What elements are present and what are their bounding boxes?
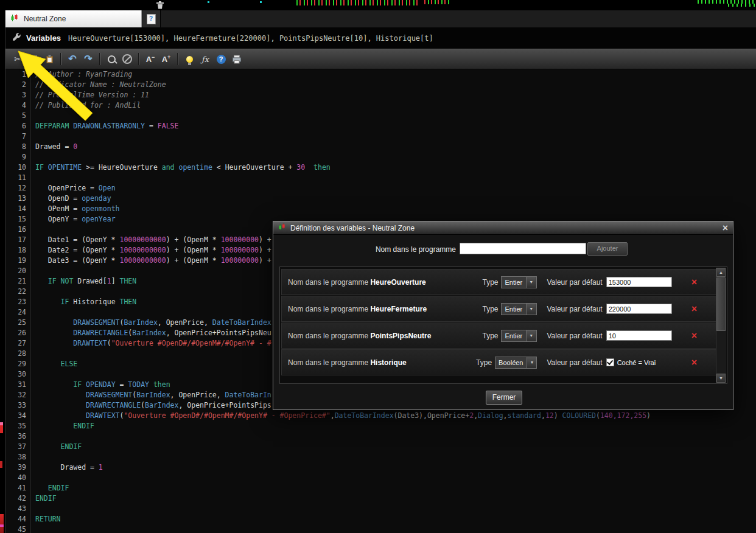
type-label: Type [482,278,498,287]
chart-fragment [0,461,2,468]
variables-title: Variables [26,33,61,43]
default-value-input[interactable] [606,330,672,341]
variable-row: Nom dans le programme HistoriqueTypeBool… [281,349,717,375]
font-increase-button[interactable]: A+ [159,52,173,66]
variables-summary: HeureOuverture[153000], HeureFermeture[2… [68,34,433,43]
type-select[interactable]: Entier▾ [501,276,537,288]
add-variable-button[interactable]: Ajouter [587,242,628,256]
variables-rows: Nom dans le programme HeureOuvertureType… [281,269,717,376]
line-number: 30 [5,369,30,380]
type-select[interactable]: Booléen▾ [495,357,537,369]
candlestick-icon [278,223,286,232]
font-increase-icon: A+ [162,55,171,63]
line-number: 7 [5,131,30,142]
code-line: 2// Indicator Name : NeutralZone [5,80,756,90]
scroll-up-button[interactable]: ▲ [716,268,726,277]
font-decrease-icon: A− [146,55,155,63]
line-number: 33 [5,400,30,411]
variables-bar: Variables HeureOuverture[153000], HeureF… [5,27,756,49]
type-select-value: Entier [505,332,522,340]
scrollbar-thumb[interactable] [716,277,726,331]
chart-fragment [208,1,209,3]
chart-fragment [0,425,3,433]
code-line: 13 OpenD = openday [5,193,756,204]
default-value-input[interactable] [606,304,672,314]
font-decrease-button[interactable]: A− [143,52,158,66]
line-number: 21 [5,276,30,287]
line-number: 36 [5,431,30,442]
delete-variable-button[interactable]: × [691,331,697,341]
delete-variable-button[interactable]: × [691,277,697,287]
search-icon [108,55,116,63]
add-variable-label: Nom dans le programme [298,245,456,254]
line-number: 34 [5,411,30,421]
line-number: 44 [5,514,30,524]
delete-variable-button[interactable]: × [691,304,697,314]
add-variable-input[interactable] [460,243,586,254]
help-button[interactable]: ? [214,52,228,66]
line-number: 14 [5,204,30,214]
variable-name-label: Nom dans le programme HeureOuverture [288,278,426,287]
print-button[interactable] [229,52,244,66]
line-number: 12 [5,183,30,193]
line-number: 22 [5,287,30,297]
chart-fragment [260,1,262,3]
type-select[interactable]: Entier▾ [501,303,537,315]
line-number: 28 [5,349,30,359]
line-number: 10 [5,162,30,173]
type-label: Type [476,358,492,367]
search-button[interactable] [104,52,119,66]
candlestick-icon [10,14,19,24]
code-line: 6DEFPARAM DRAWONLASTBARONLY = FALSE [5,121,756,131]
default-value-zone [606,330,672,341]
code-line: 8Drawed = 0 [5,142,756,152]
code-line: 12 OpenPrice = Open [5,183,756,193]
suggestion-button[interactable] [182,52,197,66]
default-value-input[interactable] [606,277,672,287]
default-checkbox[interactable] [606,358,614,366]
default-value-zone [606,304,672,314]
delete-variable-button[interactable]: × [691,358,697,368]
code-line: 43 [5,504,756,514]
type-label: Type [482,305,498,313]
trash-icon[interactable] [156,1,164,9]
type-label: Type [482,332,498,340]
variable-row: Nom dans le programme HeureOuvertureType… [281,269,717,295]
function-icon: ƒx [201,55,209,64]
chevron-down-icon: ▾ [526,304,536,315]
code-description-button[interactable] [142,10,161,27]
dialog-title: Définition des variables - Neutral Zone [290,224,415,232]
insert-function-button[interactable]: ƒx [198,52,212,66]
scrollbar[interactable]: ▲ ▼ [716,268,726,383]
code-line: 38 [5,452,756,462]
variables-dialog: Définition des variables - Neutral Zone … [273,221,733,410]
tab-neutral-zone[interactable]: Neutral Zone [5,10,142,27]
comment-toggle-button[interactable] [120,52,135,66]
close-dialog-button[interactable]: Fermer [486,391,522,405]
chart-fragment [424,0,451,4]
default-value-label: Valeur par défaut [547,278,602,287]
line-number: 42 [5,493,30,504]
line-number: 18 [5,245,30,256]
type-select[interactable]: Entier▾ [501,330,537,342]
scroll-down-button[interactable]: ▼ [716,374,726,383]
code-line: 1// Author : RyanTrading [5,69,756,80]
print-icon [232,55,242,64]
line-number: 9 [5,152,30,162]
line-number: 40 [5,473,30,483]
line-number: 13 [5,193,30,204]
chart-fragment [728,4,756,7]
default-value-zone: Coché = Vrai [606,358,672,366]
close-icon[interactable]: × [723,223,728,233]
code-line: 40 [5,473,756,483]
code-line: 14 OPenM = openmonth [5,204,756,214]
annotation-arrow [9,43,100,123]
line-number: 23 [5,297,30,307]
tab-bar: Neutral Zone [5,10,756,28]
variable-name-label: Nom dans le programme PointsPipsNeutre [288,332,431,340]
code-line: 42ENDIF [5,493,756,504]
code-line: 10IF OPENTIME >= HeureOuverture and open… [5,162,756,173]
chart-fragment [296,0,418,5]
default-value-label: Valeur par défaut [547,332,602,340]
dialog-title-bar[interactable]: Définition des variables - Neutral Zone … [273,221,733,235]
